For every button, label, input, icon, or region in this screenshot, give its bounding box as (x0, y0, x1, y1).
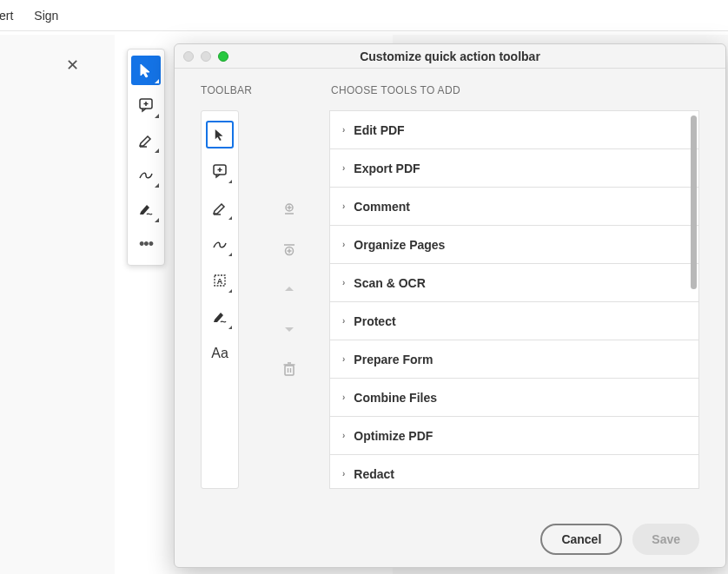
tool-label: Prepare Form (354, 353, 433, 366)
tool-label: Redact (354, 467, 394, 481)
quick-action-toolbar: ••• (127, 49, 165, 266)
add-comment-icon (138, 97, 154, 113)
toolbar-item-text-select[interactable]: A (206, 267, 234, 294)
tool-label: Combine Files (354, 391, 437, 405)
dialog-body: TOOLBAR CHOOSE TOOLS TO ADD (175, 69, 725, 567)
section-label-toolbar: TOOLBAR (201, 84, 331, 96)
chevron-right-icon: › (342, 240, 345, 249)
chevron-right-icon: › (342, 393, 345, 402)
more-icon: ••• (139, 235, 153, 254)
scrollbar-thumb[interactable] (691, 115, 697, 289)
tool-scan-ocr[interactable]: ›Scan & OCR (330, 264, 698, 302)
sign-icon (138, 201, 154, 217)
tool-more[interactable]: ••• (131, 229, 161, 259)
tool-add-comment[interactable] (131, 90, 161, 120)
tool-label: Export PDF (354, 162, 420, 175)
window-minimize-button[interactable] (201, 51, 211, 62)
tool-optimize-pdf[interactable]: ›Optimize PDF (330, 417, 698, 455)
tool-combine-files[interactable]: ›Combine Files (330, 379, 698, 417)
chevron-down-icon (284, 326, 295, 333)
close-icon[interactable]: ✕ (66, 56, 79, 75)
toolbar-item-highlight[interactable] (206, 194, 234, 221)
highlight-icon (138, 132, 154, 148)
window-controls (183, 51, 228, 62)
chevron-right-icon: › (342, 163, 345, 173)
add-comment-icon (212, 163, 228, 179)
tool-redact[interactable]: ›Redact (330, 455, 698, 489)
chevron-right-icon: › (342, 469, 345, 478)
draw-icon (212, 236, 228, 252)
top-menu: vert Sign (0, 0, 728, 31)
dialog-titlebar: Customize quick action toolbar (175, 44, 725, 69)
draw-icon (138, 167, 154, 182)
tool-export-pdf[interactable]: ›Export PDF (330, 149, 698, 188)
tool-label: Protect (354, 314, 395, 328)
cancel-button[interactable]: Cancel (540, 524, 622, 555)
chevron-right-icon: › (342, 278, 345, 287)
add-to-toolbar-button[interactable] (277, 197, 301, 221)
delete-button[interactable] (277, 357, 301, 381)
sign-icon (212, 309, 228, 325)
tool-organize-pages[interactable]: ›Organize Pages (330, 226, 698, 264)
tool-label: Comment (354, 200, 410, 214)
tool-cursor[interactable] (131, 56, 161, 85)
tool-draw[interactable] (131, 160, 161, 189)
trash-icon (282, 361, 296, 377)
section-label-choose: CHOOSE TOOLS TO ADD (331, 84, 460, 96)
chevron-up-icon (284, 286, 295, 293)
reorder-controls (270, 110, 308, 508)
tool-sign[interactable] (131, 195, 161, 224)
customize-toolbar-dialog: Customize quick action toolbar TOOLBAR C… (174, 43, 726, 568)
add-stamp-icon (281, 201, 297, 217)
tool-label: Scan & OCR (354, 276, 425, 290)
toolbar-item-draw[interactable] (206, 230, 234, 258)
text-select-icon: A (212, 273, 228, 288)
toolbar-item-text[interactable]: Aa (206, 340, 234, 367)
cursor-icon (139, 63, 153, 78)
tool-list-container: ›Edit PDF ›Export PDF ›Comment ›Organize… (329, 110, 699, 508)
chevron-right-icon: › (342, 316, 345, 326)
window-zoom-button[interactable] (218, 51, 228, 62)
toolbar-item-cursor[interactable] (206, 121, 234, 148)
cursor-icon (214, 128, 226, 142)
dialog-title: Customize quick action toolbar (175, 49, 725, 63)
move-up-button[interactable] (277, 277, 301, 301)
tool-label: Optimize PDF (354, 429, 433, 443)
current-toolbar-list: A Aa (201, 110, 239, 489)
svg-rect-18 (285, 366, 294, 375)
tool-prepare-form[interactable]: ›Prepare Form (330, 340, 698, 379)
available-tools-list[interactable]: ›Edit PDF ›Export PDF ›Comment ›Organize… (329, 110, 699, 489)
tool-label: Organize Pages (354, 238, 445, 252)
move-down-button[interactable] (277, 317, 301, 341)
chevron-right-icon: › (342, 125, 345, 135)
tool-edit-pdf[interactable]: ›Edit PDF (330, 111, 698, 149)
chevron-right-icon: › (342, 354, 345, 364)
chevron-right-icon: › (342, 431, 345, 440)
toolbar-item-sign[interactable] (206, 303, 234, 331)
add-divider-button[interactable] (277, 237, 301, 261)
chevron-right-icon: › (342, 201, 345, 211)
window-close-button[interactable] (183, 51, 194, 62)
tool-highlight[interactable] (131, 125, 161, 155)
tool-label: Edit PDF (354, 123, 404, 137)
tool-comment[interactable]: ›Comment (330, 188, 698, 226)
tool-protect[interactable]: ›Protect (330, 302, 698, 340)
save-button[interactable]: Save (632, 524, 699, 555)
text-aa-icon: Aa (211, 346, 228, 361)
highlight-icon (212, 200, 228, 215)
toolbar-item-add-comment[interactable] (206, 157, 234, 185)
svg-text:A: A (217, 277, 223, 286)
menu-sign[interactable]: Sign (34, 9, 58, 23)
menu-convert[interactable]: vert (0, 9, 13, 23)
add-circle-icon (281, 241, 297, 257)
dialog-footer: Cancel Save (201, 508, 699, 555)
